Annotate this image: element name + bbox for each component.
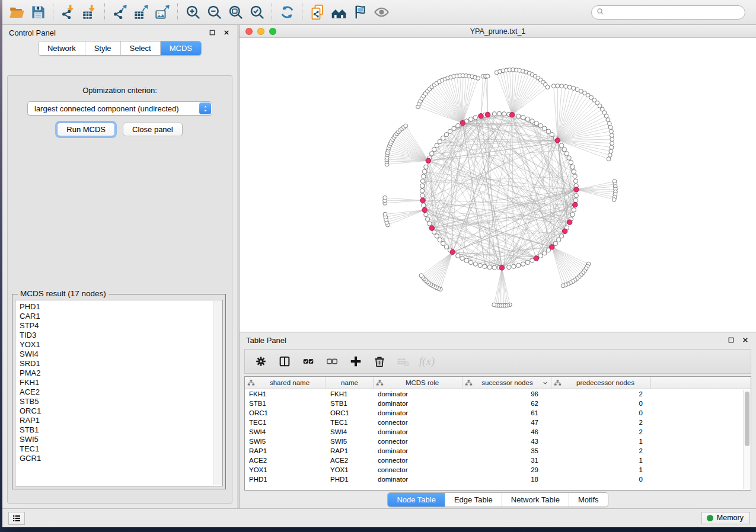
table-tab-node-table[interactable]: Node Table bbox=[388, 493, 445, 507]
float-icon[interactable] bbox=[208, 28, 216, 37]
cell-MCDS-role[interactable]: dominator bbox=[374, 447, 462, 454]
mcds-node-item[interactable]: YOX1 bbox=[20, 340, 222, 350]
cell-name[interactable]: ORC1 bbox=[326, 409, 374, 416]
open-file-icon[interactable] bbox=[6, 2, 27, 23]
cell-MCDS-role[interactable]: connector bbox=[374, 466, 462, 473]
search-input[interactable] bbox=[607, 8, 740, 17]
cell-predecessor-nodes[interactable]: 2 bbox=[551, 390, 651, 398]
cell-name[interactable]: PHD1 bbox=[326, 476, 374, 483]
cell-name[interactable]: SWI5 bbox=[326, 438, 374, 445]
zoom-fit-icon[interactable] bbox=[225, 2, 246, 23]
search-box[interactable] bbox=[591, 5, 745, 20]
cell-successor-nodes[interactable]: 62 bbox=[462, 400, 551, 407]
criterion-select[interactable]: largest connected component (undirected) bbox=[27, 101, 212, 116]
table-tab-network-table[interactable]: Network Table bbox=[502, 493, 569, 507]
cell-shared-name[interactable]: STB1 bbox=[245, 400, 326, 407]
unselect-all-columns-icon[interactable] bbox=[323, 352, 341, 370]
mcds-node-item[interactable]: SWI5 bbox=[20, 435, 222, 444]
control-panel-tab-style[interactable]: Style bbox=[85, 41, 120, 55]
control-panel-tab-network[interactable]: Network bbox=[39, 41, 85, 55]
mcds-node-item[interactable]: PHD1 bbox=[20, 302, 222, 312]
close-panel-button[interactable]: Close panel bbox=[123, 123, 183, 136]
cell-name[interactable]: SWI4 bbox=[326, 428, 374, 435]
cell-shared-name[interactable]: YOX1 bbox=[245, 466, 326, 473]
mcds-node-item[interactable]: FKH1 bbox=[20, 378, 222, 387]
cell-name[interactable]: FKH1 bbox=[326, 390, 374, 398]
mcds-node-item[interactable]: TID3 bbox=[20, 331, 222, 340]
cell-MCDS-role[interactable]: dominator bbox=[374, 476, 462, 483]
cell-successor-nodes[interactable]: 46 bbox=[462, 428, 551, 435]
column-header-MCDS-role[interactable]: MCDS role bbox=[374, 377, 462, 389]
cell-name[interactable]: YOX1 bbox=[326, 466, 374, 473]
table-row[interactable]: SWI5SWI5connector431 bbox=[245, 437, 751, 446]
table-row[interactable]: SWI4SWI4dominator462 bbox=[245, 427, 751, 437]
close-icon[interactable] bbox=[741, 336, 749, 345]
column-header-shared-name[interactable]: shared name bbox=[245, 377, 326, 389]
cell-successor-nodes[interactable]: 18 bbox=[462, 476, 551, 483]
task-history-button[interactable] bbox=[8, 512, 25, 525]
cell-successor-nodes[interactable]: 61 bbox=[462, 409, 551, 416]
mcds-node-item[interactable]: RAP1 bbox=[20, 416, 222, 425]
mcds-list-scrollbar[interactable] bbox=[213, 301, 222, 485]
cell-name[interactable]: ACE2 bbox=[326, 457, 374, 464]
create-column-icon[interactable] bbox=[347, 352, 365, 370]
import-table-icon[interactable] bbox=[79, 2, 100, 23]
table-scrollbar-thumb[interactable] bbox=[745, 392, 749, 446]
cell-shared-name[interactable]: PHD1 bbox=[245, 476, 326, 483]
table-row[interactable]: RAP1RAP1dominator352 bbox=[245, 446, 751, 456]
column-header-successor-nodes[interactable]: successor nodes bbox=[462, 377, 551, 389]
mcds-node-item[interactable]: ACE2 bbox=[20, 387, 222, 397]
mcds-node-item[interactable]: SRD1 bbox=[20, 359, 222, 368]
graphics-details-icon[interactable] bbox=[349, 2, 371, 23]
control-panel-tab-mcds[interactable]: MCDS bbox=[160, 41, 201, 55]
cell-MCDS-role[interactable]: connector bbox=[374, 419, 462, 426]
cell-MCDS-role[interactable]: dominator bbox=[374, 409, 462, 416]
cell-successor-nodes[interactable]: 43 bbox=[462, 438, 551, 445]
cell-predecessor-nodes[interactable]: 1 bbox=[551, 438, 651, 445]
cell-shared-name[interactable]: SWI4 bbox=[245, 428, 326, 435]
memory-button[interactable]: Memory bbox=[701, 512, 750, 524]
cell-predecessor-nodes[interactable]: 1 bbox=[551, 466, 651, 473]
mcds-result-list[interactable]: PHD1CAR1STP4TID3YOX1SWI4SRD1PMA2FKH1ACE2… bbox=[15, 300, 223, 486]
zoom-out-icon[interactable] bbox=[203, 2, 225, 23]
cell-predecessor-nodes[interactable]: 0 bbox=[551, 409, 651, 416]
cell-predecessor-nodes[interactable]: 1 bbox=[551, 457, 651, 464]
mcds-node-item[interactable]: PMA2 bbox=[20, 368, 222, 378]
table-tab-motifs[interactable]: Motifs bbox=[569, 493, 608, 507]
table-row[interactable]: ORC1ORC1dominator610 bbox=[245, 408, 751, 418]
show-column-icon[interactable] bbox=[276, 352, 294, 370]
cell-name[interactable]: RAP1 bbox=[326, 447, 374, 454]
save-session-icon[interactable] bbox=[27, 2, 49, 23]
cell-shared-name[interactable]: SWI5 bbox=[245, 438, 326, 445]
select-all-columns-icon[interactable] bbox=[299, 352, 317, 370]
delete-columns-icon[interactable] bbox=[371, 352, 388, 370]
cell-predecessor-nodes[interactable]: 0 bbox=[551, 400, 651, 407]
mcds-node-item[interactable]: STP4 bbox=[20, 321, 222, 331]
cell-name[interactable]: TEC1 bbox=[326, 419, 374, 426]
table-row[interactable]: YOX1YOX1connector291 bbox=[245, 465, 751, 475]
table-row[interactable]: TEC1TEC1connector472 bbox=[245, 418, 751, 427]
cell-MCDS-role[interactable]: dominator bbox=[374, 390, 462, 398]
column-header-predecessor-nodes[interactable]: predecessor nodes bbox=[551, 377, 651, 389]
cell-successor-nodes[interactable]: 47 bbox=[462, 419, 551, 426]
table-row[interactable]: STB1STB1dominator620 bbox=[245, 399, 751, 408]
export-network-icon[interactable] bbox=[109, 2, 130, 23]
cell-predecessor-nodes[interactable]: 0 bbox=[551, 476, 651, 483]
cell-predecessor-nodes[interactable]: 2 bbox=[551, 419, 651, 426]
network-overview-icon[interactable] bbox=[328, 2, 349, 23]
cell-successor-nodes[interactable]: 35 bbox=[462, 447, 551, 454]
zoom-in-icon[interactable] bbox=[182, 2, 203, 23]
close-icon[interactable] bbox=[222, 28, 231, 37]
cell-successor-nodes[interactable]: 31 bbox=[462, 457, 551, 464]
mcds-node-item[interactable]: GCR1 bbox=[20, 454, 222, 463]
cell-successor-nodes[interactable]: 96 bbox=[462, 390, 551, 398]
minimize-window-icon[interactable] bbox=[257, 28, 264, 35]
cell-MCDS-role[interactable]: dominator bbox=[374, 400, 462, 407]
mcds-node-item[interactable]: CAR1 bbox=[20, 312, 222, 321]
table-tab-edge-table[interactable]: Edge Table bbox=[445, 493, 502, 507]
close-window-icon[interactable] bbox=[245, 28, 253, 35]
maximize-window-icon[interactable] bbox=[269, 28, 276, 35]
cell-shared-name[interactable]: ACE2 bbox=[245, 457, 326, 464]
cell-predecessor-nodes[interactable]: 2 bbox=[551, 447, 651, 454]
cell-MCDS-role[interactable]: dominator bbox=[374, 428, 462, 435]
